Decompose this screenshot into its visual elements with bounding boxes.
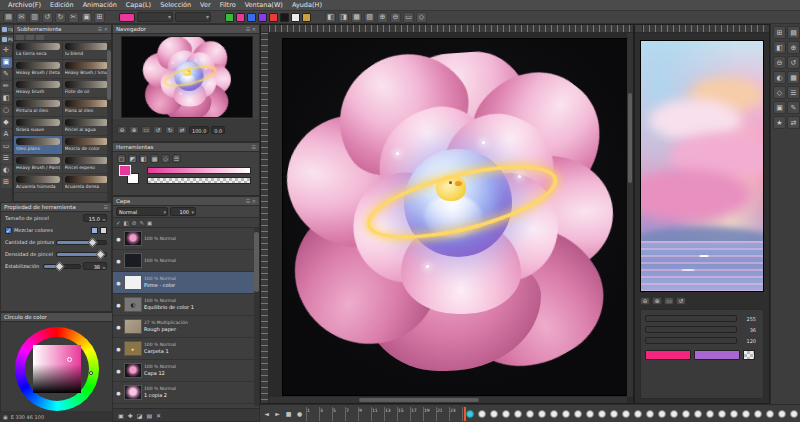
layer-row[interactable]: 100 % Normal Equilibrio de color 1 (113, 294, 256, 316)
tools-panel-icon[interactable]: ◇ (161, 154, 170, 163)
frame-dot[interactable] (622, 410, 630, 418)
dock-icon[interactable]: ⇄ (787, 116, 800, 129)
subtool-item[interactable]: Mezcla de color (63, 136, 112, 155)
layer-footer-icon[interactable]: ▤ (146, 412, 152, 419)
subtool-item[interactable]: Pincel espeso (63, 155, 112, 174)
dock-icon[interactable]: ★ (773, 116, 786, 129)
tools-panel-icon[interactable]: ▢ (117, 154, 126, 163)
subtool-item[interactable]: Acuarela húmeda (14, 174, 63, 193)
subtool-item[interactable]: Oleo plano (14, 136, 63, 155)
frame-dot[interactable] (574, 410, 582, 418)
tool-strip-icon[interactable]: ✏ (1, 81, 12, 92)
toolbar-icon[interactable]: ▤ (3, 12, 14, 23)
dock-icon[interactable]: ⊕ (787, 41, 800, 54)
transparency-bar[interactable] (147, 177, 251, 184)
toolbar-icon[interactable]: ✂ (68, 12, 79, 23)
subtool-item[interactable]: Heavy Brush / Smudge (63, 60, 112, 79)
toolbar-icon[interactable]: ⊞ (94, 12, 105, 23)
dock-icon[interactable]: ◇ (773, 86, 786, 99)
layer-visibility-icon[interactable] (115, 324, 122, 330)
frame-dot[interactable] (586, 410, 594, 418)
layer-row[interactable]: 100 % Normal (113, 228, 256, 250)
layer-footer-icon[interactable]: ✚ (128, 412, 133, 419)
layer-row[interactable]: 100 % Normal Carpeta 1 (113, 338, 256, 360)
panel-menu-icon[interactable]: ☰ ✕ (98, 25, 108, 34)
subtool-item[interactable]: Acuarela densa (63, 174, 112, 193)
layer-visibility-icon[interactable] (115, 302, 122, 308)
playhead[interactable] (464, 407, 466, 421)
canvas-control-button[interactable]: ▭ (664, 297, 674, 305)
color-swatch[interactable] (258, 13, 267, 22)
opacity-input[interactable]: 100 (170, 207, 196, 216)
frame-dot[interactable] (562, 410, 570, 418)
frame-dot[interactable] (670, 410, 678, 418)
color-swatch[interactable] (280, 13, 289, 22)
toolbar-icon[interactable]: ◧ (325, 12, 336, 23)
color-swatch[interactable] (291, 13, 300, 22)
canvas-horizontal-scrollbar[interactable] (269, 397, 627, 403)
color-swatch[interactable] (225, 13, 234, 22)
menu-item[interactable]: Selección (156, 0, 195, 11)
layer-visibility-icon[interactable] (115, 236, 122, 242)
color-swatch[interactable] (302, 13, 311, 22)
zoom-value[interactable]: 100.0 (189, 126, 209, 134)
mixer-color-swatch[interactable] (694, 350, 740, 360)
saturation-value-box[interactable] (33, 345, 81, 393)
layer-lock-icon[interactable]: ✎ (139, 220, 144, 226)
toolbar-icon[interactable]: ⊕ (377, 12, 388, 23)
toolbar-icon[interactable]: ▦ (351, 12, 362, 23)
layer-lock-icon[interactable]: ◧ (124, 220, 129, 226)
frame-dot[interactable] (634, 410, 642, 418)
subtool-item[interactable]: Flote de oil (63, 79, 112, 98)
timeline-control-icon[interactable]: ■ (284, 410, 293, 417)
dock-icon[interactable]: ◐ (773, 71, 786, 84)
layer-visibility-icon[interactable] (115, 280, 122, 286)
frame-dot[interactable] (490, 410, 498, 418)
layer-visibility-icon[interactable] (115, 390, 122, 396)
toolbar-icon[interactable]: ◇ (416, 12, 427, 23)
subtool-item[interactable]: Heavy brush (14, 79, 63, 98)
dock-icon[interactable]: ◧ (773, 41, 786, 54)
toolbar-icon[interactable]: ↻ (55, 12, 66, 23)
frame-dot[interactable] (526, 410, 534, 418)
canvas-control-button[interactable]: ↺ (676, 297, 686, 305)
subtool-item[interactable]: La tierra seca (14, 41, 63, 60)
tools-panel-icon[interactable]: ◩ (128, 154, 137, 163)
tools-panel-icon[interactable]: ▦ (150, 154, 159, 163)
dock-icon[interactable]: ▤ (787, 26, 800, 39)
frame-dot[interactable] (658, 410, 666, 418)
mixer-slider[interactable] (645, 315, 737, 322)
color-gradient-bar[interactable] (147, 167, 251, 174)
menu-item[interactable]: Edición (46, 0, 78, 11)
subtool-tab[interactable] (16, 35, 24, 40)
navigator-button[interactable]: ⊖ (117, 126, 127, 134)
frame-dot[interactable] (694, 410, 702, 418)
canvas-control-button[interactable]: ⊕ (652, 297, 662, 305)
color-swatch[interactable] (269, 13, 278, 22)
subtool-item[interactable]: tu blend (63, 41, 112, 60)
frame-dot[interactable] (478, 410, 486, 418)
frame-dot[interactable] (610, 410, 618, 418)
tool-strip-icon[interactable]: ▣ (1, 57, 12, 68)
frame-dot[interactable] (742, 410, 750, 418)
layer-row[interactable]: 100 % Normal (113, 250, 256, 272)
brush-preset-select[interactable] (137, 12, 173, 22)
menu-item[interactable]: Ayuda(H) (288, 0, 326, 11)
layer-row[interactable]: 100 % Normal Firme - color (113, 272, 256, 294)
tool-strip-icon[interactable]: ◐ (1, 165, 12, 176)
mixer-slider[interactable] (645, 326, 737, 333)
layer-lock-icon[interactable]: ▣ (147, 220, 152, 226)
navigator-button[interactable]: ▭ (141, 126, 151, 134)
frame-dot[interactable] (778, 410, 786, 418)
mix-swatch-b[interactable] (100, 227, 107, 234)
toolbar-icon[interactable]: ✉ (16, 12, 27, 23)
menu-item[interactable]: Animación (79, 0, 121, 11)
subtool-item[interactable]: Pincel al agua (63, 117, 112, 136)
tool-strip-icon[interactable]: A (1, 129, 12, 140)
canvas-control-button[interactable]: ⊖ (640, 297, 650, 305)
toolbar-icon[interactable]: ↺ (42, 12, 53, 23)
subtool-item[interactable]: Heavy Brush / Paint (14, 155, 63, 174)
tool-strip-icon[interactable]: ▭ (1, 141, 12, 152)
main-canvas[interactable] (282, 38, 628, 396)
frame-dot[interactable] (754, 410, 762, 418)
